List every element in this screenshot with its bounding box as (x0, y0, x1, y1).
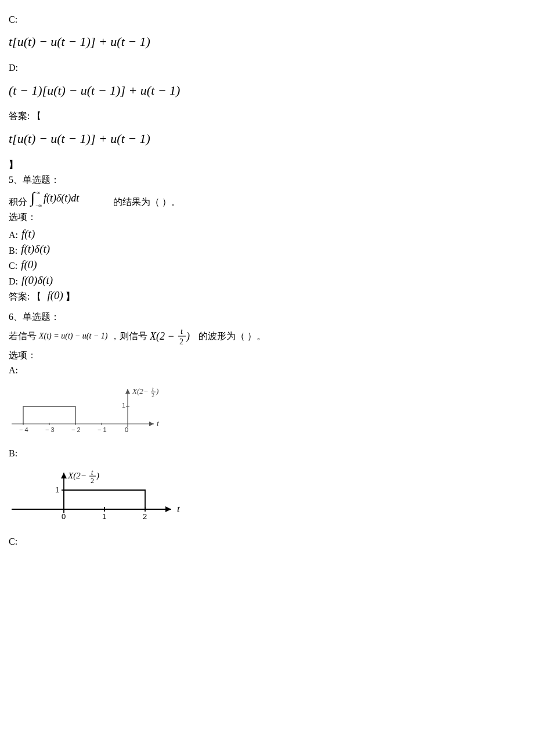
svg-marker-10 (149, 422, 154, 426)
q5-c-label: C: (9, 260, 17, 272)
svg-text:): ) (96, 471, 99, 481)
q5-answer-label: 答案: 【 (9, 290, 41, 303)
q6-expr1: X(t) = u(t) − u(t − 1) (39, 330, 108, 342)
q6-stem: 若信号 X(t) = u(t) − u(t − 1) ，则信号 X(2 − t … (9, 326, 525, 347)
svg-text:∞: ∞ (37, 190, 40, 196)
svg-text:X(2 −: X(2 − (150, 330, 175, 343)
q6-chart-a: − 4 − 3 − 2 − 1 0 1 t X(2− t 2 ) (9, 383, 525, 435)
q6-a-label: A: (9, 364, 525, 377)
svg-text:t: t (91, 469, 93, 477)
svg-text:t: t (177, 503, 181, 514)
q5-option-c: C: f(0) (9, 257, 525, 273)
svg-text:1: 1 (102, 512, 106, 521)
svg-text:t: t (152, 386, 154, 392)
q6-header: 6、单选题： (9, 311, 525, 323)
svg-text:2: 2 (91, 477, 94, 485)
q4-answer-prefix: 答案: 【 (9, 111, 41, 121)
q5-c-expr: f(0) (21, 257, 37, 273)
q5-answer: 答案: 【 f(0) 】 (9, 288, 525, 304)
svg-text:−∞: −∞ (35, 203, 42, 208)
svg-text:− 2: − 2 (71, 426, 81, 433)
option-d-label: D: (9, 62, 525, 74)
q6-b-label: B: (9, 447, 525, 460)
q5-stem: 积分 ∫ ∞ −∞ f(t)δ(t)dt 的结果为（ ）。 (9, 189, 525, 208)
svg-marker-33 (61, 473, 67, 478)
q5-header: 5、单选题： (9, 174, 525, 186)
q5-stem-pre: 积分 (9, 196, 27, 208)
q5-b-label: B: (9, 244, 17, 257)
q5-d-expr: f(0)δ(t) (21, 273, 53, 289)
option-c-expr: t[u(t) − u(t − 1)] + u(t − 1) (9, 33, 525, 51)
svg-text:− 3: − 3 (45, 426, 55, 433)
option-c-label: C: (9, 13, 525, 26)
q5-a-label: A: (9, 229, 18, 242)
option-d-expr: (t − 1)[u(t) − u(t − 1)] + u(t − 1) (9, 82, 525, 100)
svg-text:− 1: − 1 (98, 426, 107, 433)
q5-a-expr: f(t) (21, 226, 35, 242)
svg-text:− 4: − 4 (19, 426, 28, 433)
q6-stem-post: 的波形为（ ）。 (199, 330, 266, 343)
svg-text:): ) (156, 387, 158, 395)
svg-text:t: t (181, 327, 183, 336)
q6-expr2: X(2 − t 2 ) (150, 326, 196, 347)
q5-answer-close: 】 (66, 290, 75, 303)
svg-text:2: 2 (151, 392, 154, 398)
q6-stem-pre: 若信号 (9, 330, 37, 343)
q5-option-b: B: f(t)δ(t) (9, 242, 525, 257)
svg-text:t: t (157, 419, 160, 428)
q4-answer-close: 】 (9, 159, 525, 171)
svg-text:2: 2 (179, 337, 183, 346)
q5-integral: ∫ ∞ −∞ f(t)δ(t)dt (30, 189, 111, 208)
svg-text:1: 1 (55, 485, 59, 494)
svg-text:X(2−: X(2− (132, 387, 149, 395)
q6-stem-mid: ，则信号 (110, 330, 147, 343)
svg-text:2: 2 (143, 512, 147, 521)
svg-text:f(t)δ(t)dt: f(t)δ(t)dt (44, 192, 80, 204)
q6-c-label: C: (9, 535, 525, 548)
q6-options-label: 选项： (9, 349, 525, 362)
q5-answer-expr: f(0) (47, 288, 63, 304)
svg-text:X(2−: X(2− (67, 471, 86, 481)
svg-marker-12 (125, 389, 130, 394)
q5-d-label: D: (9, 275, 18, 288)
q4-answer-label: 答案: 【 (9, 110, 525, 123)
q6-chart-b: 0 1 2 1 t X(2− t 2 ) (9, 466, 525, 524)
svg-text:0: 0 (62, 512, 66, 521)
svg-text:0: 0 (125, 426, 128, 433)
q5-option-a: A: f(t) (9, 226, 525, 242)
q5-stem-post: 的结果为（ ）。 (113, 196, 181, 208)
q5-options-label: 选项： (9, 211, 525, 224)
q4-answer-expr: t[u(t) − u(t − 1)] + u(t − 1) (9, 130, 525, 148)
q5-option-d: D: f(0)δ(t) (9, 273, 525, 289)
q5-b-expr: f(t)δ(t) (21, 242, 50, 257)
svg-text:1: 1 (122, 402, 125, 409)
svg-marker-31 (165, 506, 171, 512)
svg-text:): ) (186, 330, 190, 343)
